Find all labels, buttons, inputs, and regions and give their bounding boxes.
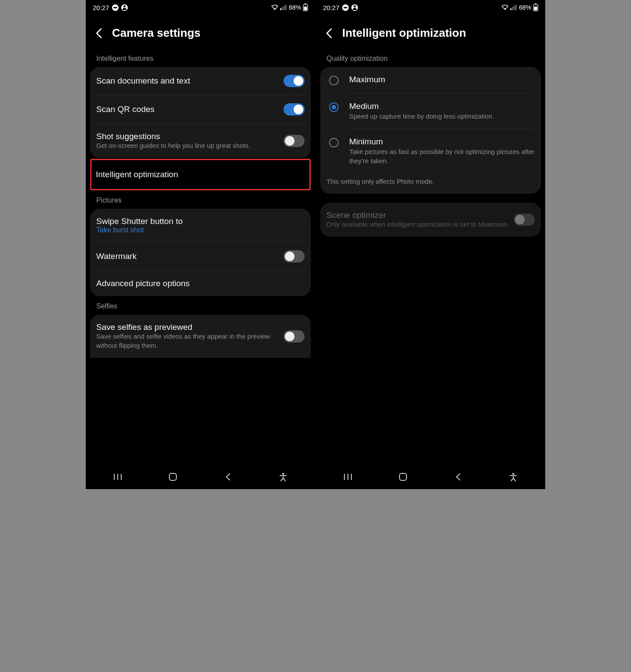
scan-documents-label: Scan documents and text	[96, 76, 279, 86]
option-medium-label: Medium	[349, 102, 535, 111]
selfies-card: Save selfies as previewed Save selfies a…	[90, 315, 311, 358]
watermark-row[interactable]: Watermark	[90, 242, 311, 270]
status-bar: 20:27 68%	[86, 0, 315, 14]
nav-recents-button[interactable]	[110, 472, 126, 482]
option-minimum-row[interactable]: Minimum Take pictures as fast as possibl…	[320, 129, 541, 173]
back-button[interactable]	[94, 28, 104, 38]
dnd-icon	[342, 4, 349, 11]
status-time: 20:27	[323, 4, 340, 11]
scan-documents-toggle[interactable]	[284, 75, 305, 87]
battery-percent: 68%	[519, 4, 531, 11]
scan-qr-row[interactable]: Scan QR codes	[90, 95, 311, 123]
svg-rect-20	[534, 7, 537, 10]
shot-suggestions-toggle[interactable]	[284, 135, 305, 147]
phone-right: 20:27 68% Intelligent opti	[316, 0, 545, 489]
status-time: 20:27	[93, 4, 109, 11]
page-title: Intelligent optimization	[342, 26, 466, 40]
save-selfies-title: Save selfies as previewed	[96, 322, 279, 332]
shot-suggestions-title: Shot suggestions	[96, 132, 279, 141]
svg-rect-24	[400, 473, 407, 480]
battery-percent: 68%	[289, 4, 301, 11]
save-selfies-toggle[interactable]	[284, 330, 305, 343]
save-selfies-row[interactable]: Save selfies as previewed Save selfies a…	[90, 315, 311, 358]
advanced-picture-row[interactable]: Advanced picture options	[90, 271, 311, 296]
watermark-label: Watermark	[96, 252, 279, 261]
shot-suggestions-row[interactable]: Shot suggestions Get on-screen guides to…	[90, 124, 311, 158]
svg-rect-4	[285, 5, 287, 10]
option-medium-row[interactable]: Medium Speed up capture time by doing le…	[320, 94, 541, 129]
save-selfies-sub: Save selfies and selfie videos as they a…	[96, 332, 279, 350]
dnd-icon	[112, 4, 119, 11]
scene-optimizer-title: Scene optimizer	[326, 210, 509, 220]
watermark-toggle[interactable]	[284, 250, 305, 262]
option-maximum-label: Maximum	[349, 75, 535, 84]
swipe-shutter-title: Swipe Shutter button to	[96, 217, 305, 226]
scan-documents-row[interactable]: Scan documents and text	[90, 67, 311, 95]
nav-accessibility-button[interactable]	[275, 472, 291, 482]
navigation-bar	[86, 466, 315, 489]
svg-point-12	[282, 473, 284, 475]
swipe-shutter-row[interactable]: Swipe Shutter button to Take burst shot	[90, 209, 311, 242]
svg-point-25	[512, 473, 514, 475]
svg-rect-17	[515, 5, 517, 10]
pictures-card: Swipe Shutter button to Take burst shot …	[90, 209, 311, 296]
svg-rect-16	[514, 6, 515, 10]
quality-note: This setting only affects Photo mode.	[320, 173, 541, 194]
back-button[interactable]	[324, 28, 334, 38]
section-label-selfies: Selfies	[86, 296, 315, 315]
scene-optimizer-row: Scene optimizer Only available when Inte…	[320, 203, 541, 237]
advanced-picture-label: Advanced picture options	[96, 279, 305, 288]
wifi-icon	[271, 5, 278, 10]
nav-recents-button[interactable]	[340, 472, 356, 482]
battery-icon	[533, 4, 538, 11]
nav-home-button[interactable]	[165, 472, 181, 482]
svg-point-0	[274, 8, 276, 10]
section-label-intelligent: Intelligent features	[86, 49, 315, 67]
option-maximum-row[interactable]: Maximum	[320, 67, 541, 93]
nav-back-button[interactable]	[450, 472, 466, 482]
intelligent-optimization-label: Intelligent optimization	[96, 170, 305, 179]
option-minimum-sub: Take pictures as fast as possible by not…	[349, 147, 535, 165]
svg-point-13	[505, 8, 506, 10]
signal-icon	[510, 5, 517, 10]
status-bar: 20:27 68%	[316, 0, 545, 14]
profile-icon	[351, 4, 358, 11]
intelligent-optimization-highlight: Intelligent optimization	[90, 159, 311, 190]
svg-rect-11	[169, 473, 176, 480]
nav-home-button[interactable]	[395, 472, 411, 482]
scene-optimizer-sub: Only available when Intelligent optimiza…	[326, 220, 509, 229]
intelligent-optimization-row[interactable]: Intelligent optimization	[91, 160, 309, 189]
quality-card: Maximum Medium Speed up capture time by …	[320, 67, 541, 194]
svg-rect-3	[284, 6, 285, 10]
scan-qr-label: Scan QR codes	[96, 105, 279, 114]
option-minimum-label: Minimum	[349, 137, 535, 147]
svg-rect-15	[512, 7, 513, 10]
svg-rect-7	[304, 7, 307, 10]
battery-icon	[303, 4, 308, 11]
option-medium-sub: Speed up capture time by doing less opti…	[349, 111, 535, 121]
scene-optimizer-toggle	[514, 214, 535, 226]
intelligent-features-card: Scan documents and text Scan QR codes Sh…	[90, 67, 311, 158]
section-label-quality: Quality optimization	[316, 49, 545, 67]
section-label-pictures: Pictures	[86, 190, 315, 209]
shot-suggestions-sub: Get on-screen guides to help you line up…	[96, 141, 279, 150]
swipe-shutter-sub: Take burst shot	[96, 226, 305, 234]
profile-icon	[121, 4, 128, 11]
svg-rect-14	[510, 8, 512, 10]
wifi-icon	[501, 5, 508, 10]
scan-qr-toggle[interactable]	[284, 103, 305, 116]
page-header: Camera settings	[86, 14, 315, 49]
radio-minimum[interactable]	[329, 138, 339, 147]
radio-medium[interactable]	[329, 102, 339, 112]
nav-back-button[interactable]	[220, 472, 236, 482]
svg-rect-1	[280, 8, 281, 10]
nav-accessibility-button[interactable]	[505, 472, 521, 482]
navigation-bar	[316, 466, 545, 489]
page-title: Camera settings	[112, 26, 200, 40]
svg-rect-2	[282, 7, 283, 10]
phone-left: 20:27 68% Camera sett	[86, 0, 315, 489]
radio-maximum[interactable]	[329, 76, 339, 85]
signal-icon	[280, 5, 287, 10]
page-header: Intelligent optimization	[316, 14, 545, 49]
